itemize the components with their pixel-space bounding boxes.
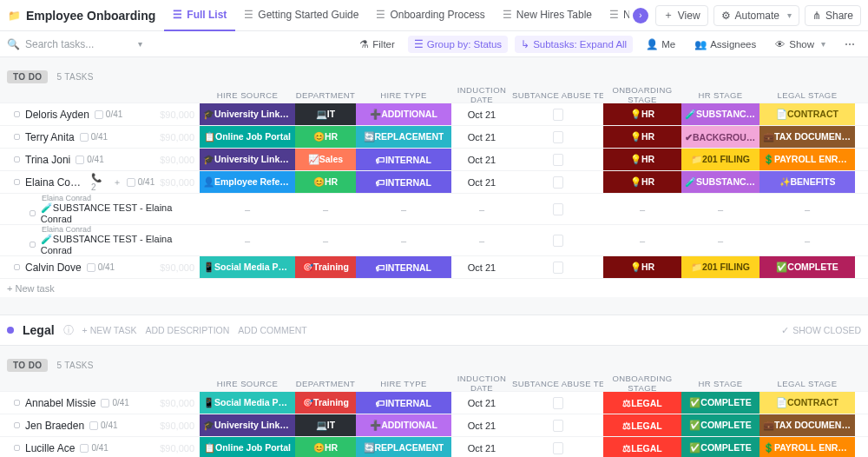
hire-source-tag[interactable]: 🎓University Linkages [200,414,295,436]
hr-stage-tag[interactable]: ✅COMPLETE [681,437,760,457]
legal-stage-tag[interactable]: ✨BENEFITS [760,171,855,193]
hr-stage-tag[interactable]: 🧪SUBSTANCE TEST [681,103,760,125]
status-box-icon[interactable] [14,400,20,406]
add-description-link[interactable]: ADD DESCRIPTION [146,325,230,335]
tab-full-list[interactable]: ☰Full List [164,0,235,31]
induction-date[interactable]: Oct 21 [451,171,512,193]
task-name-cell[interactable]: Trina Joni 0/41$90,000 [0,149,200,170]
onboarding-stage-tag[interactable]: 💡HR [603,103,681,125]
hire-type-tag[interactable]: ➕ADDITIONAL [356,103,451,125]
task-name-cell[interactable]: Calvin Dove 0/41$90,000 [0,256,200,278]
assignees-button[interactable]: 👥Assignees [688,36,762,53]
hire-type-tag[interactable]: 🔄REPLACEMENT [356,126,451,148]
induction-date[interactable]: Oct 21 [451,256,512,278]
status-box-icon[interactable] [14,445,20,451]
hr-stage-tag[interactable]: 📁201 FILING [681,256,760,278]
table-row[interactable]: Terry Anita 0/41$90,000📋Online Job Porta… [0,125,868,148]
add-comment-link[interactable]: ADD COMMENT [238,325,306,335]
new-task-link[interactable]: + NEW TASK [82,325,137,335]
substance-cell[interactable] [512,392,603,414]
substance-cell[interactable] [512,235,603,247]
table-row[interactable]: Elaina Conrad 📞 2 ＋ 0/41$90,000👤Employee… [0,170,868,193]
hr-stage-tag[interactable]: ✅COMPLETE [681,392,760,414]
groupby-button[interactable]: ☰Group by: Status [408,36,508,53]
legal-stage-tag[interactable]: 📄CONTRACT [760,103,855,125]
col-substance[interactable]: SUBTANCE ABUSE TEST RESU... [512,90,603,100]
department-tag[interactable]: 📈Sales [295,149,356,170]
table-row[interactable]: Jen Braeden 0/41$90,000🎓University Linka… [0,414,868,436]
substance-cell[interactable] [512,103,603,125]
col-onboarding-stage[interactable]: ONBOARDING STAGE [603,85,681,104]
col-department[interactable]: DEPARTMENT [295,90,356,100]
onboarding-stage-tag[interactable]: 💡HR [603,126,681,148]
hire-source-tag[interactable]: 👤Employee Referral [200,171,295,193]
status-box-icon[interactable] [14,422,20,428]
department-tag[interactable]: 🎯Training [295,392,356,414]
department-tag[interactable]: 😊HR [295,126,356,148]
col-hire-source[interactable]: HIRE SOURCE [200,90,295,100]
hire-source-tag[interactable]: 🎓University Linkages [200,149,295,170]
task-name-cell[interactable]: Lucille Ace 0/41$90,000 [0,437,200,457]
hire-source-tag[interactable]: 📋Online Job Portal [200,437,295,457]
onboarding-stage-tag[interactable]: 💡HR [603,171,681,193]
table-row[interactable]: Annabel Missie 0/41$90,000📱Social Media … [0,391,868,414]
col-legal-stage[interactable]: LEGAL STAGE [760,379,855,388]
subtasks-button[interactable]: ↳Subtasks: Expand All [515,36,633,53]
task-name-cell[interactable]: Elaina Conrad 📞 2 ＋ 0/41$90,000 [0,171,200,193]
task-name-cell[interactable]: Jen Braeden 0/41$90,000 [0,414,200,436]
onboarding-stage-tag[interactable]: ⚖LEGAL [603,392,681,414]
department-tag[interactable]: 💻IT [295,103,356,125]
status-box-icon[interactable] [14,156,20,162]
col-legal-stage[interactable]: LEGAL STAGE [760,90,855,100]
status-box-icon[interactable] [14,134,20,140]
hire-type-tag[interactable]: 🏷INTERNAL [356,149,451,170]
search-input[interactable] [25,38,129,50]
onboarding-stage-tag[interactable]: ⚖LEGAL [603,414,681,436]
table-row[interactable]: Lucille Ace 0/41$90,000📋Online Job Porta… [0,436,868,457]
col-hire-type[interactable]: HIRE TYPE [356,90,451,100]
share-button[interactable]: ⋔Share [805,5,861,26]
induction-date[interactable]: Oct 21 [451,126,512,148]
col-induction-date[interactable]: INDUCTION DATE [451,374,512,393]
induction-date[interactable]: Oct 21 [451,149,512,170]
info-icon[interactable]: ⓘ [63,323,74,338]
legal-stage-tag[interactable]: 💲PAYROLL ENROLLMENT [760,437,855,457]
hire-type-tag[interactable]: 🏷INTERNAL [356,171,451,193]
hr-stage-tag[interactable]: 🧪SUBSTANCE TEST [681,171,760,193]
substance-cell[interactable] [512,203,603,215]
show-button[interactable]: 👁Show▾ [769,36,832,52]
status-box-icon[interactable] [30,242,36,248]
status-box-icon[interactable] [14,111,20,117]
new-task-button[interactable]: + New task [0,278,868,297]
col-induction-date[interactable]: INDUCTION DATE [451,85,512,104]
induction-date[interactable]: Oct 21 [451,414,512,436]
tab-new-hire-onboarding-form[interactable]: ☰New Hire Onboarding Form [601,0,629,31]
table-row[interactable]: Calvin Dove 0/41$90,000📱Social Media Pag… [0,255,868,278]
department-tag[interactable]: 😊HR [295,171,356,193]
substance-cell[interactable] [512,414,603,436]
task-name-cell[interactable]: Annabel Missie 0/41$90,000 [0,392,200,414]
substance-cell[interactable] [512,171,603,193]
col-hire-source[interactable]: HIRE SOURCE [200,379,295,388]
substance-cell[interactable] [512,437,603,457]
tab-getting-started-guide[interactable]: ☰Getting Started Guide [235,0,367,31]
automate-button[interactable]: ⚙Automate▾ [713,5,799,26]
department-tag[interactable]: 😊HR [295,437,356,457]
hire-type-tag[interactable]: 🔄REPLACEMENT [356,437,451,457]
subtask-row[interactable]: Elaina Conrad🧪SUBSTANCE TEST - Elaina Co… [0,193,868,224]
col-hr-stage[interactable]: HR STAGE [681,379,760,388]
hire-source-tag[interactable]: 📱Social Media Page [200,256,295,278]
legal-stage-tag[interactable]: 💼TAX DOCUMENTS [760,126,855,148]
tab-new-hires-table[interactable]: ☰New Hires Table [494,0,601,31]
col-department[interactable]: DEPARTMENT [295,379,356,388]
hr-stage-tag[interactable]: ✅COMPLETE [681,414,760,436]
department-tag[interactable]: 💻IT [295,414,356,436]
group-name[interactable]: Legal [23,323,55,337]
more-button[interactable]: ⋯ [838,36,861,53]
legal-stage-tag[interactable]: 💼TAX DOCUMENTS [760,414,855,436]
hire-source-tag[interactable]: 📱Social Media Page [200,392,295,414]
legal-stage-tag[interactable]: 💲PAYROLL ENROLLMENT [760,149,855,170]
me-button[interactable]: 👤Me [640,36,681,53]
hire-source-tag[interactable]: 📋Online Job Portal [200,126,295,148]
hire-type-tag[interactable]: 🏷INTERNAL [356,392,451,414]
